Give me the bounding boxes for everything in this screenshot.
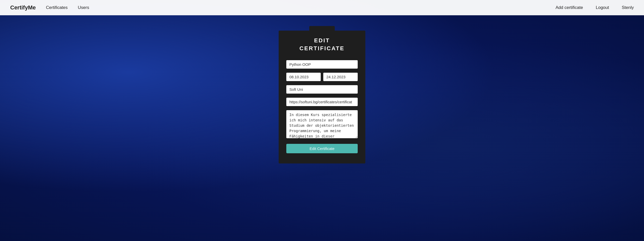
description-textarea[interactable]: In diesem Kurs spezialisierte ich mich i…: [286, 110, 358, 138]
cert-card-body: In diesem Kurs spezialisierte ich mich i…: [279, 58, 365, 153]
nav-certificates[interactable]: Certificates: [46, 5, 68, 10]
start-date-input[interactable]: [286, 73, 321, 81]
date-row: [286, 73, 358, 81]
nav-users[interactable]: Users: [78, 5, 89, 10]
nav-add-certificate[interactable]: Add certificate: [556, 5, 583, 10]
main-content: EDIT CERTIFICATE In diesem Kurs speziali…: [0, 15, 644, 241]
url-input[interactable]: [286, 98, 358, 106]
title-line2: CERTIFICATE: [284, 45, 360, 53]
nav-logout[interactable]: Logout: [596, 5, 609, 10]
issuer-input[interactable]: [286, 85, 358, 94]
course-name-input[interactable]: [286, 60, 358, 69]
cert-card: EDIT CERTIFICATE In diesem Kurs speziali…: [279, 31, 365, 163]
end-date-input[interactable]: [323, 73, 358, 81]
nav-brand[interactable]: CertifyMe: [10, 4, 36, 11]
cert-card-header: EDIT CERTIFICATE: [279, 31, 365, 58]
nav-left: CertifyMe Certificates Users: [10, 4, 89, 11]
navbar: CertifyMe Certificates Users Add certifi…: [0, 0, 644, 15]
title-line1: EDIT: [284, 37, 360, 45]
cert-card-title: EDIT CERTIFICATE: [284, 37, 360, 53]
nav-right: Add certificate Logout Stenly: [556, 5, 634, 10]
nav-username[interactable]: Stenly: [622, 5, 634, 10]
edit-certificate-button[interactable]: Edit Certificate: [286, 144, 358, 153]
